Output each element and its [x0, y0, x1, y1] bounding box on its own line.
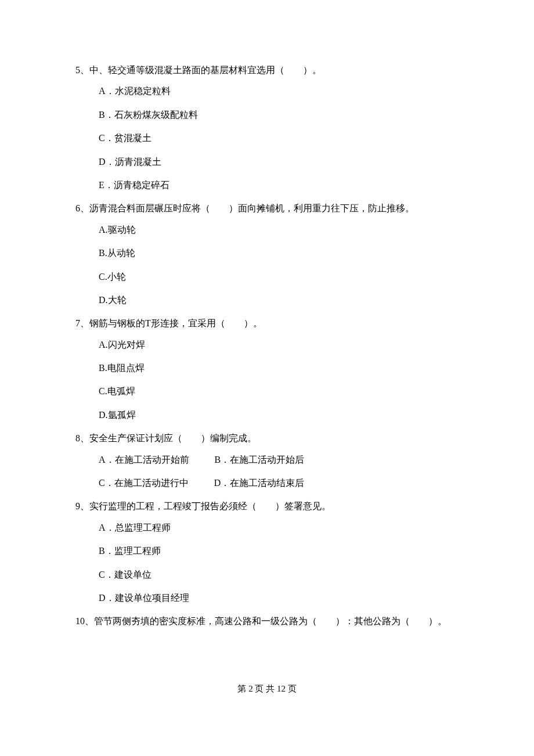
- option-8-c: C．在施工活动进行中: [99, 477, 189, 489]
- page-number: 第 2 页 共 12 页: [0, 683, 534, 695]
- question-7-options: A.闪光对焊 B.电阻点焊 C.电弧焊 D.氩孤焊: [75, 339, 459, 422]
- question-9-stem: 9、实行监理的工程，工程竣丁报告必须经（ ）签署意见。: [75, 500, 459, 513]
- page: 5、中、轻交通等级混凝土路面的基层材料宜选用（ ）。 A．水泥稳定粒料 B．石灰…: [0, 0, 534, 756]
- option-9-b: B．监理工程师: [99, 545, 459, 557]
- option-8-row-2: C．在施工活动进行中 D．在施工活动结束后: [99, 477, 459, 489]
- question-10: 10、管节两侧夯填的密实度标准，高速公路和一级公路为（ ）：其他公路为（ ）。: [75, 615, 459, 628]
- option-5-a: A．水泥稳定粒料: [99, 85, 459, 98]
- option-6-a: A.驱动轮: [99, 224, 459, 236]
- option-5-b: B．石灰粉煤灰级配粒料: [99, 109, 459, 121]
- option-5-e: E．沥青稳定碎石: [99, 179, 459, 192]
- option-8-b: B．在施工活动开始后: [215, 453, 305, 466]
- option-7-c: C.电弧焊: [99, 385, 459, 398]
- option-8-a: A．在施工活动开始前: [99, 453, 189, 466]
- option-7-d: D.氩孤焊: [99, 409, 459, 422]
- option-5-d: D．沥青混凝土: [99, 156, 459, 168]
- question-5: 5、中、轻交通等级混凝土路面的基层材料宜选用（ ）。 A．水泥稳定粒料 B．石灰…: [75, 64, 459, 192]
- question-10-stem: 10、管节两侧夯填的密实度标准，高速公路和一级公路为（ ）：其他公路为（ ）。: [75, 615, 459, 628]
- option-6-c: C.小轮: [99, 271, 459, 283]
- question-6: 6、沥青混合料面层碾压时应将（ ）面向摊铺机，利用重力往下压，防止推移。 A.驱…: [75, 202, 459, 307]
- option-6-d: D.大轮: [99, 294, 459, 307]
- option-9-a: A．总监理工程师: [99, 521, 459, 534]
- question-8-stem: 8、安全生产保证计划应（ ）编制完成。: [75, 432, 459, 445]
- option-9-c: C．建设单位: [99, 568, 459, 581]
- option-7-b: B.电阻点焊: [99, 362, 459, 375]
- question-7: 7、钢筋与钢板的T形连接，宜采用（ ）。 A.闪光对焊 B.电阻点焊 C.电弧焊…: [75, 317, 459, 422]
- question-9: 9、实行监理的工程，工程竣丁报告必须经（ ）签署意见。 A．总监理工程师 B．监…: [75, 500, 459, 604]
- option-6-b: B.从动轮: [99, 247, 459, 260]
- option-7-a: A.闪光对焊: [99, 339, 459, 351]
- question-7-stem: 7、钢筋与钢板的T形连接，宜采用（ ）。: [75, 317, 459, 330]
- option-8-d: D．在施工活动结束后: [214, 477, 305, 489]
- question-9-options: A．总监理工程师 B．监理工程师 C．建设单位 D．建设单位项目经理: [75, 521, 459, 605]
- option-8-row-1: A．在施工活动开始前 B．在施工活动开始后: [99, 453, 459, 466]
- question-5-stem: 5、中、轻交通等级混凝土路面的基层材料宜选用（ ）。: [75, 64, 459, 77]
- question-8: 8、安全生产保证计划应（ ）编制完成。 A．在施工活动开始前 B．在施工活动开始…: [75, 432, 459, 489]
- question-6-options: A.驱动轮 B.从动轮 C.小轮 D.大轮: [75, 224, 459, 307]
- option-5-c: C．贫混凝土: [99, 132, 459, 145]
- option-9-d: D．建设单位项目经理: [99, 592, 459, 604]
- question-6-stem: 6、沥青混合料面层碾压时应将（ ）面向摊铺机，利用重力往下压，防止推移。: [75, 202, 459, 215]
- question-5-options: A．水泥稳定粒料 B．石灰粉煤灰级配粒料 C．贫混凝土 D．沥青混凝土 E．沥青…: [75, 85, 459, 192]
- question-8-options: A．在施工活动开始前 B．在施工活动开始后 C．在施工活动进行中 D．在施工活动…: [75, 453, 459, 490]
